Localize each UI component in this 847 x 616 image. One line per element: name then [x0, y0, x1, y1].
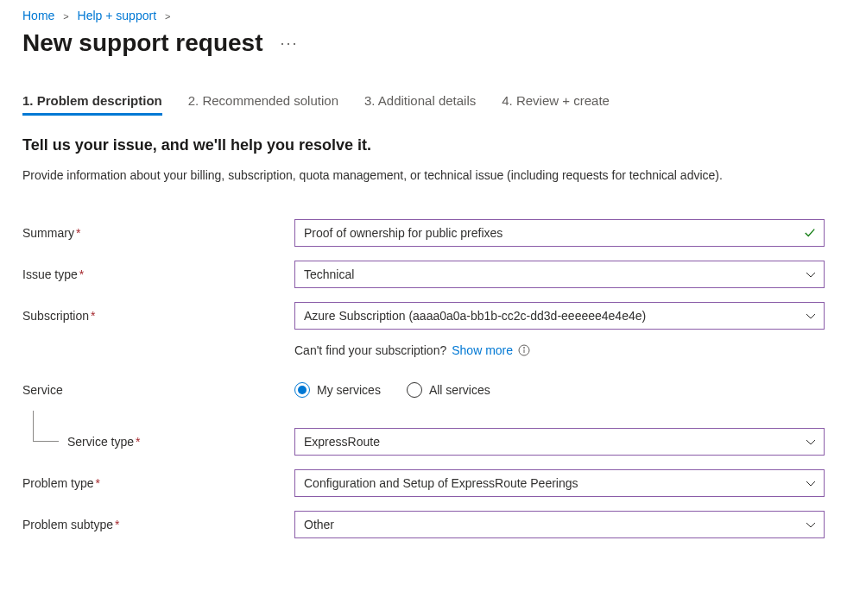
- tab-additional-details[interactable]: 3. Additional details: [364, 93, 476, 116]
- more-actions-button[interactable]: ···: [280, 35, 298, 53]
- tab-review-create[interactable]: 4. Review + create: [502, 93, 610, 116]
- tab-problem-description[interactable]: 1. Problem description: [22, 93, 162, 116]
- summary-input[interactable]: [294, 219, 825, 247]
- radio-unselected-icon: [407, 382, 422, 398]
- summary-label: Summary*: [22, 226, 294, 240]
- page-title: New support request: [22, 29, 262, 57]
- problem-type-select[interactable]: Configuration and Setup of ExpressRoute …: [294, 469, 825, 497]
- issue-type-label: Issue type*: [22, 267, 294, 281]
- tree-connector-icon: [33, 411, 59, 442]
- tab-bar: 1. Problem description 2. Recommended so…: [22, 93, 825, 116]
- subscription-hint: Can't find your subscription? Show more: [294, 343, 825, 357]
- issue-type-select[interactable]: Technical: [294, 261, 825, 288]
- breadcrumb-home[interactable]: Home: [22, 9, 54, 22]
- breadcrumb: Home > Help + support >: [22, 9, 825, 22]
- subscription-label: Subscription*: [22, 309, 294, 323]
- radio-all-services[interactable]: All services: [407, 382, 490, 398]
- breadcrumb-separator: >: [63, 11, 68, 22]
- tab-recommended-solution[interactable]: 2. Recommended solution: [188, 93, 338, 116]
- problem-type-label: Problem type*: [22, 476, 294, 490]
- section-heading: Tell us your issue, and we'll help you r…: [22, 136, 825, 154]
- problem-subtype-label: Problem subtype*: [22, 518, 294, 531]
- info-icon[interactable]: [518, 344, 530, 356]
- problem-subtype-select[interactable]: Other: [294, 511, 825, 538]
- section-subtext: Provide information about your billing, …: [22, 167, 817, 185]
- service-type-select[interactable]: ExpressRoute: [294, 428, 825, 456]
- radio-my-services[interactable]: My services: [294, 382, 381, 398]
- radio-selected-icon: [294, 382, 310, 398]
- breadcrumb-separator: >: [165, 11, 170, 22]
- service-type-label: Service type*: [22, 435, 294, 449]
- radio-label: All services: [429, 383, 490, 397]
- radio-label: My services: [317, 383, 381, 397]
- svg-point-2: [524, 348, 525, 349]
- subscription-select[interactable]: Azure Subscription (aaaa0a0a-bb1b-cc2c-d…: [294, 302, 825, 330]
- breadcrumb-help-support[interactable]: Help + support: [78, 9, 156, 22]
- show-more-link[interactable]: Show more: [452, 343, 513, 357]
- service-label: Service: [22, 383, 294, 397]
